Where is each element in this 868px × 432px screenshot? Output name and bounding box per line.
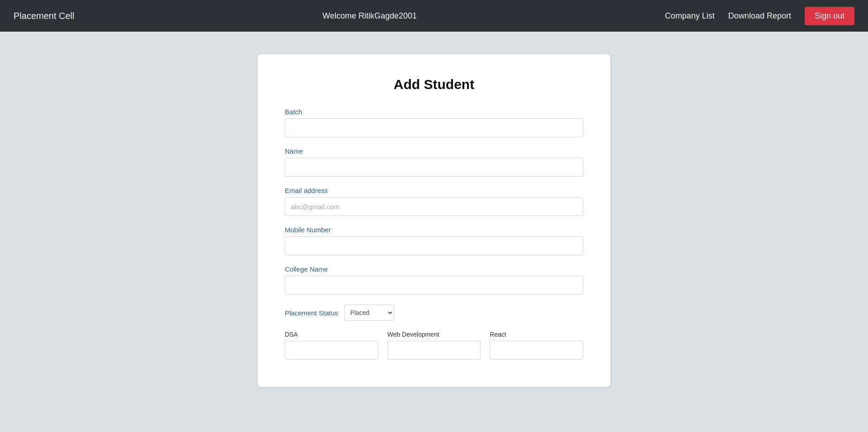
mobile-label: Mobile Number: [285, 226, 583, 234]
mobile-input[interactable]: [285, 236, 583, 255]
skills-section: DSA Web Development React: [285, 331, 583, 360]
mobile-group: Mobile Number: [285, 226, 583, 255]
navbar-welcome: Welcome RitikGagde2001: [322, 11, 417, 21]
form-title: Add Student: [285, 77, 583, 92]
batch-input[interactable]: [285, 118, 583, 137]
email-label: Email address: [285, 187, 583, 194]
navbar: Placement Cell Welcome RitikGagde2001 Co…: [0, 0, 868, 32]
dsa-label: DSA: [285, 331, 378, 338]
navbar-actions: Company List Download Report Sign out: [665, 7, 854, 25]
react-input[interactable]: [490, 341, 583, 360]
webdev-group: Web Development: [387, 331, 481, 360]
add-student-card: Add Student Batch Name Email address Mob…: [258, 54, 610, 387]
college-label: College Name: [285, 265, 583, 273]
webdev-label: Web Development: [387, 331, 481, 338]
webdev-input[interactable]: [387, 341, 481, 360]
main-content: Add Student Batch Name Email address Mob…: [0, 32, 868, 409]
placement-status-group: Placement Status Placed Not Placed: [285, 305, 583, 321]
signout-button[interactable]: Sign out: [805, 7, 854, 25]
name-group: Name: [285, 147, 583, 177]
dsa-input[interactable]: [285, 341, 378, 360]
react-group: React: [490, 331, 583, 360]
email-group: Email address: [285, 187, 583, 216]
navbar-brand: Placement Cell: [14, 11, 75, 21]
react-label: React: [490, 331, 583, 338]
college-input[interactable]: [285, 276, 583, 295]
email-input[interactable]: [285, 197, 583, 216]
placement-status-select[interactable]: Placed Not Placed: [344, 305, 394, 321]
dsa-group: DSA: [285, 331, 378, 360]
skills-row: DSA Web Development React: [285, 331, 583, 360]
company-list-link[interactable]: Company List: [665, 11, 715, 21]
batch-group: Batch: [285, 108, 583, 137]
name-input[interactable]: [285, 158, 583, 177]
college-group: College Name: [285, 265, 583, 295]
name-label: Name: [285, 147, 583, 155]
placement-status-label: Placement Status: [285, 309, 338, 317]
batch-label: Batch: [285, 108, 583, 116]
download-report-link[interactable]: Download Report: [728, 11, 791, 21]
